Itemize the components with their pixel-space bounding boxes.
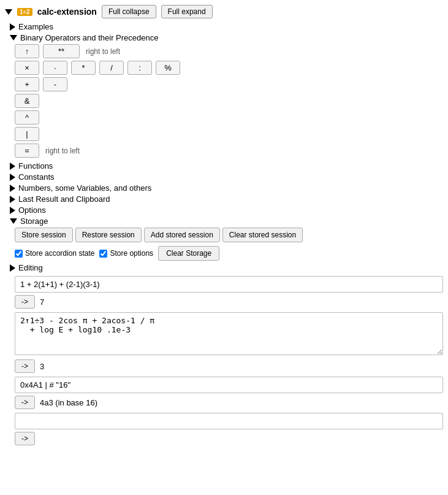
row7-note: right to left — [45, 147, 80, 155]
op-row-1: ↑ ** right to left — [15, 44, 443, 58]
examples-item: Examples — [10, 22, 443, 31]
store-accordion-text: Store accordion state — [25, 249, 94, 258]
app-title: calc-extension — [37, 7, 97, 17]
store-options-text: Store options — [110, 249, 153, 258]
edit-textarea[interactable]: 2↑1÷3 - 2cos π + 2acos-1 / π + log E + l… — [15, 312, 443, 355]
editing-section: 1 + 2(1+1) + (2-1)(3-1) -> 7 2↑1÷3 - 2co… — [15, 276, 443, 445]
edit-input-1[interactable]: 1 + 2(1+1) + (2-1)(3-1) — [15, 276, 443, 293]
constants-label[interactable]: Constants — [18, 172, 55, 182]
editing-toggle-icon[interactable] — [10, 264, 15, 272]
edit-input-4[interactable] — [15, 413, 443, 429]
functions-label[interactable]: Functions — [18, 161, 53, 171]
op-percent-button[interactable]: % — [156, 61, 180, 75]
binary-ops-toggle-icon[interactable] — [10, 35, 17, 40]
store-accordion-label[interactable]: Store accordion state — [15, 249, 94, 258]
binary-ops-item: Binary Operators and their Precedence — [10, 33, 443, 42]
op-equals-button[interactable]: = — [15, 144, 39, 158]
numbers-toggle-icon[interactable] — [10, 185, 15, 192]
options-item: Options — [10, 205, 443, 215]
operators-grid: ↑ ** right to left × · * / : % + - & ^ |… — [15, 44, 443, 158]
examples-label[interactable]: Examples — [18, 22, 53, 31]
store-options-checkbox[interactable] — [99, 250, 107, 258]
row1-note: right to left — [86, 47, 120, 56]
edit-input-3[interactable]: 0x4A1 | # "16" — [15, 377, 443, 393]
arrow-button-2[interactable]: -> — [15, 359, 35, 373]
op-row-5: ^ — [15, 110, 443, 125]
arrow-button-4[interactable]: -> — [15, 432, 35, 445]
functions-item: Functions — [10, 161, 443, 171]
storage-item: Storage — [10, 217, 443, 226]
storage-label: Storage — [20, 217, 48, 226]
storage-buttons-row: Store session Restore session Add stored… — [15, 228, 443, 242]
store-session-button[interactable]: Store session — [15, 228, 73, 242]
result-row-3: -> 4a3 (in base 16) — [15, 396, 443, 409]
numbers-label[interactable]: Numbers, some Variables, and others — [18, 183, 151, 193]
op-row-6: | — [15, 127, 443, 141]
binary-ops-label: Binary Operators and their Precedence — [20, 33, 158, 42]
op-minus-button[interactable]: - — [43, 77, 67, 91]
badge: 1÷2 — [17, 8, 32, 16]
op-row-3: + - — [15, 77, 443, 91]
clear-storage-button[interactable]: Clear Storage — [158, 246, 219, 261]
op-plus-button[interactable]: + — [15, 77, 39, 91]
result-value-3: 4a3 (in base 16) — [40, 398, 97, 407]
clear-stored-session-button[interactable]: Clear stored session — [222, 228, 303, 242]
examples-toggle-icon[interactable] — [10, 23, 15, 31]
collapse-toggle-icon[interactable] — [5, 9, 12, 15]
last-result-label[interactable]: Last Result and Clipboard — [18, 194, 110, 204]
op-dot-button[interactable]: · — [43, 61, 67, 75]
storage-section: Store session Restore session Add stored… — [15, 228, 443, 261]
arrow-button-1[interactable]: -> — [15, 295, 35, 309]
op-row-2: × · * / : % — [15, 61, 443, 75]
numbers-item: Numbers, some Variables, and others — [10, 183, 443, 193]
arrow-button-3[interactable]: -> — [15, 396, 35, 409]
header-row: 1÷2 calc-extension Full collapse Full ex… — [5, 5, 443, 18]
result-row-1: -> 7 — [15, 295, 443, 309]
op-row-4: & — [15, 94, 443, 108]
op-ampersand-button[interactable]: & — [15, 94, 39, 108]
full-expand-button[interactable]: Full expand — [161, 5, 213, 18]
storage-toggle-icon[interactable] — [10, 218, 17, 224]
op-uparrow-button[interactable]: ↑ — [15, 44, 39, 58]
result-value-1: 7 — [40, 297, 44, 307]
store-options-label[interactable]: Store options — [99, 249, 153, 258]
op-star-button[interactable]: * — [71, 61, 96, 75]
result-row-2: -> 3 — [15, 359, 443, 373]
store-accordion-checkbox[interactable] — [15, 250, 23, 258]
op-times-button[interactable]: × — [15, 61, 39, 75]
op-caret-button[interactable]: ^ — [15, 110, 39, 125]
last-result-toggle-icon[interactable] — [10, 196, 15, 203]
editing-label: Editing — [18, 263, 43, 272]
op-slash-button[interactable]: / — [99, 61, 124, 75]
result-value-2: 3 — [40, 362, 44, 371]
constants-item: Constants — [10, 172, 443, 182]
result-row-4: -> — [15, 432, 443, 445]
storage-options-row: Store accordion state Store options Clea… — [15, 246, 443, 261]
last-result-item: Last Result and Clipboard — [10, 194, 443, 204]
options-label[interactable]: Options — [18, 205, 46, 215]
constants-toggle-icon[interactable] — [10, 174, 15, 181]
options-toggle-icon[interactable] — [10, 207, 15, 214]
op-pipe-button[interactable]: | — [15, 127, 39, 141]
functions-toggle-icon[interactable] — [10, 163, 15, 170]
op-row-7: = right to left — [15, 144, 443, 158]
restore-session-button[interactable]: Restore session — [75, 228, 142, 242]
add-stored-session-button[interactable]: Add stored session — [144, 228, 220, 242]
op-colon-button[interactable]: : — [127, 61, 152, 75]
editing-item: Editing — [10, 263, 443, 272]
full-collapse-button[interactable]: Full collapse — [102, 5, 156, 18]
op-double-star-button[interactable]: ** — [43, 44, 80, 58]
